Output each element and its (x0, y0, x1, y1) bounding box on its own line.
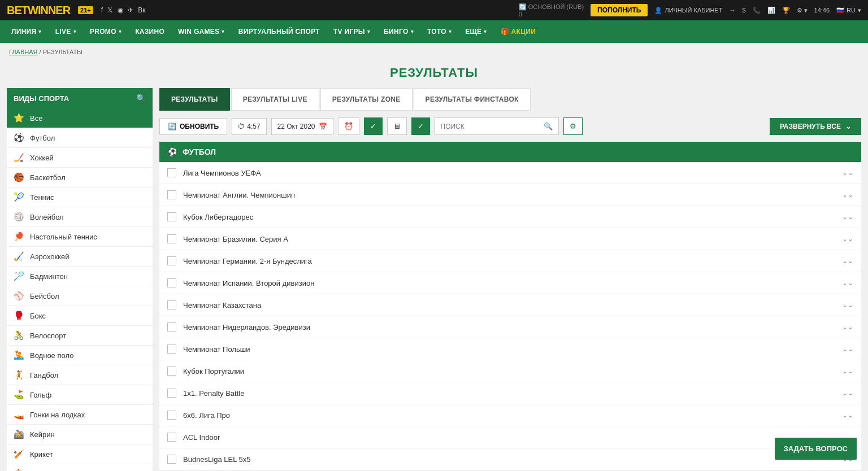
sidebar-item-baseball[interactable]: ⚾ Бейсбол (7, 286, 153, 306)
deposit-button[interactable]: ПОПОЛНИТЬ (591, 4, 648, 16)
league-checkbox[interactable] (167, 234, 176, 243)
league-row[interactable]: ACL Indoor ⌄⌄ (159, 426, 861, 448)
sidebar-item-boxing[interactable]: 🥊 Бокс (7, 306, 153, 326)
sidebar-item-all[interactable]: ⭐ Все (7, 108, 153, 128)
sidebar-item-tennis[interactable]: 🎾 Теннис (7, 187, 153, 207)
league-checkbox[interactable] (167, 190, 176, 199)
nav-virtual[interactable]: ВИРТУАЛЬНЫЙ СПОРТ (232, 20, 327, 43)
nav-wingames[interactable]: WIN GAMES ▾ (171, 20, 232, 43)
sidebar-item-golf[interactable]: ⛳ Гольф (7, 385, 153, 405)
league-row[interactable]: Чемпионат Испании. Второй дивизион ⌄⌄ (159, 272, 861, 294)
expand-chevron[interactable]: ⌄⌄ (842, 323, 853, 331)
league-checkbox[interactable] (167, 411, 176, 420)
nav-casino[interactable]: КАЗИНО (128, 20, 171, 43)
league-checkbox[interactable] (167, 367, 176, 376)
nav-more[interactable]: ЕЩЁ ▾ (458, 20, 493, 43)
tab-results-live[interactable]: РЕЗУЛЬТАТЫ LIVE (231, 88, 319, 111)
league-checkbox[interactable] (167, 433, 176, 442)
sidebar-item-badminton[interactable]: 🏸 Бадминтон (7, 267, 153, 286)
league-checkbox[interactable] (167, 278, 176, 287)
trophy-icon[interactable]: 🏆 (782, 7, 790, 14)
expand-chevron[interactable]: ⌄⌄ (842, 257, 853, 265)
sidebar-item-volleyball[interactable]: 🏐 Волейбол (7, 207, 153, 227)
monitor-btn[interactable]: 🖥 (387, 117, 407, 135)
sidebar-item-basketball[interactable]: 🏀 Баскетбол (7, 168, 153, 187)
expand-chevron[interactable]: ⌄⌄ (842, 279, 853, 287)
expand-chevron[interactable]: ⌄⌄ (842, 345, 853, 353)
league-checkbox[interactable] (167, 389, 176, 398)
dollar-icon[interactable]: $ (742, 7, 745, 14)
facebook-icon[interactable]: f (101, 6, 103, 14)
nav-bingo[interactable]: БИНГО ▾ (377, 20, 420, 43)
expand-chevron[interactable]: ⌄⌄ (842, 235, 853, 243)
league-row[interactable]: Чемпионат Бразилии. Серия А ⌄⌄ (159, 228, 861, 250)
vk-icon[interactable]: Вк (138, 6, 145, 14)
confirm-time-btn[interactable]: ✓ (364, 117, 383, 135)
league-row[interactable]: 1x1. Penalty Battle ⌄⌄ (159, 382, 861, 404)
expand-chevron[interactable]: ⌄⌄ (842, 301, 853, 309)
sidebar-item-tabletennis[interactable]: 🏓 Настольный теннис (7, 227, 153, 247)
sidebar-item-cycling[interactable]: 🚴 Велоспорт (7, 326, 153, 346)
time-filter-btn[interactable]: ⏰ (338, 117, 359, 135)
tab-results-finstavok[interactable]: РЕЗУЛЬТАТЫ ФИНСТАВОК (414, 88, 531, 111)
nav-toto[interactable]: ТОТО ▾ (420, 20, 458, 43)
refresh-button[interactable]: 🔄 ОБНОВИТЬ (159, 118, 227, 135)
sidebar-item-airhockey[interactable]: 🏑 Аэрохоккей (7, 247, 153, 267)
filter-settings-btn[interactable]: ⚙ (563, 117, 583, 135)
league-row[interactable]: 6x6. Лига Про ⌄⌄ (159, 404, 861, 426)
sidebar-search-icon[interactable]: 🔍 (136, 94, 146, 103)
chat-button[interactable]: ЗАДАТЬ ВОПРОС (775, 438, 857, 460)
sidebar-item-cricket[interactable]: 🏏 Крикет (7, 444, 153, 464)
league-checkbox[interactable] (167, 256, 176, 265)
sidebar-item-boatracing[interactable]: 🚤 Гонки на лодках (7, 405, 153, 425)
forward-icon[interactable]: → (729, 7, 735, 14)
league-row[interactable]: Чемпионат Казахстана ⌄⌄ (159, 294, 861, 316)
settings-icon[interactable]: ⚙ ▾ (797, 7, 808, 14)
league-row[interactable]: Чемпионат Нидерландов. Эредивизи ⌄⌄ (159, 316, 861, 338)
tab-results[interactable]: РЕЗУЛЬТАТЫ (159, 88, 230, 111)
expand-all-button[interactable]: РАЗВЕРНУТЬ ВСЕ ⌄ (770, 118, 861, 135)
expand-chevron[interactable]: ⌄⌄ (842, 213, 853, 221)
telegram-icon[interactable]: ✈ (128, 6, 133, 14)
stats-icon[interactable]: 📊 (767, 7, 775, 14)
league-row[interactable]: Лига Чемпионов УЕФА ⌄⌄ (159, 162, 861, 184)
expand-chevron[interactable]: ⌄⌄ (842, 367, 853, 375)
twitter-icon[interactable]: 𝕏 (107, 6, 113, 14)
sidebar-item-waterpolo[interactable]: 🤽 Водное поло (7, 346, 153, 365)
cabinet-link[interactable]: 👤 ЛИЧНЫЙ КАБИНЕТ (654, 7, 722, 14)
confirm-monitor-btn[interactable]: ✓ (411, 117, 430, 135)
league-row[interactable]: Кубок Португалии ⌄⌄ (159, 360, 861, 382)
league-row[interactable]: Чемпионат Польши ⌄⌄ (159, 338, 861, 360)
sidebar-item-lottery[interactable]: 🎰 Лотерея (7, 464, 153, 471)
instagram-icon[interactable]: ◉ (118, 6, 123, 14)
sidebar-item-handball[interactable]: 🤾 Гандбол (7, 365, 153, 385)
league-row[interactable]: Чемпионат Англии. Чемпионшип ⌄⌄ (159, 184, 861, 206)
expand-chevron[interactable]: ⌄⌄ (842, 169, 853, 177)
nav-live[interactable]: LIVE ▾ (49, 20, 83, 43)
date-picker[interactable]: 22 Окт 2020 📅 (271, 118, 333, 135)
league-row[interactable]: BudnesLiga LEL 5x5 ⌄⌄ (159, 448, 861, 470)
expand-chevron[interactable]: ⌄⌄ (842, 191, 853, 199)
nav-tv[interactable]: TV ИГРЫ ▾ (327, 20, 377, 43)
language-selector[interactable]: 🇷🇺 RU ▾ (836, 7, 861, 14)
phone-icon[interactable]: 📞 (753, 7, 761, 14)
league-checkbox[interactable] (167, 322, 176, 332)
sidebar-item-hockey[interactable]: 🏒 Хоккей (7, 148, 153, 168)
breadcrumb-home[interactable]: ГЛАВНАЯ (9, 49, 37, 55)
expand-chevron[interactable]: ⌄⌄ (842, 411, 853, 419)
expand-chevron[interactable]: ⌄⌄ (842, 389, 853, 397)
league-checkbox[interactable] (167, 300, 176, 309)
sidebar-item-keirin[interactable]: 🚵 Кейрин (7, 425, 153, 444)
sidebar-item-football[interactable]: ⚽ Футбол (7, 128, 153, 148)
league-row[interactable]: Кубок Либертадорес ⌄⌄ (159, 206, 861, 228)
nav-promo[interactable]: PROMO ▾ (83, 20, 128, 43)
tab-results-zone[interactable]: РЕЗУЛЬТАТЫ ZONE (320, 88, 413, 111)
league-checkbox[interactable] (167, 168, 176, 177)
league-checkbox[interactable] (167, 212, 176, 221)
nav-line[interactable]: ЛИНИЯ ▾ (5, 20, 49, 43)
league-checkbox[interactable] (167, 455, 176, 464)
league-checkbox[interactable] (167, 344, 176, 354)
search-input[interactable] (441, 123, 540, 130)
league-row[interactable]: Чемпионат Германии. 2-я Бундеслига ⌄⌄ (159, 250, 861, 272)
nav-promo-highlight[interactable]: 🎁 АКЦИИ (494, 20, 542, 43)
